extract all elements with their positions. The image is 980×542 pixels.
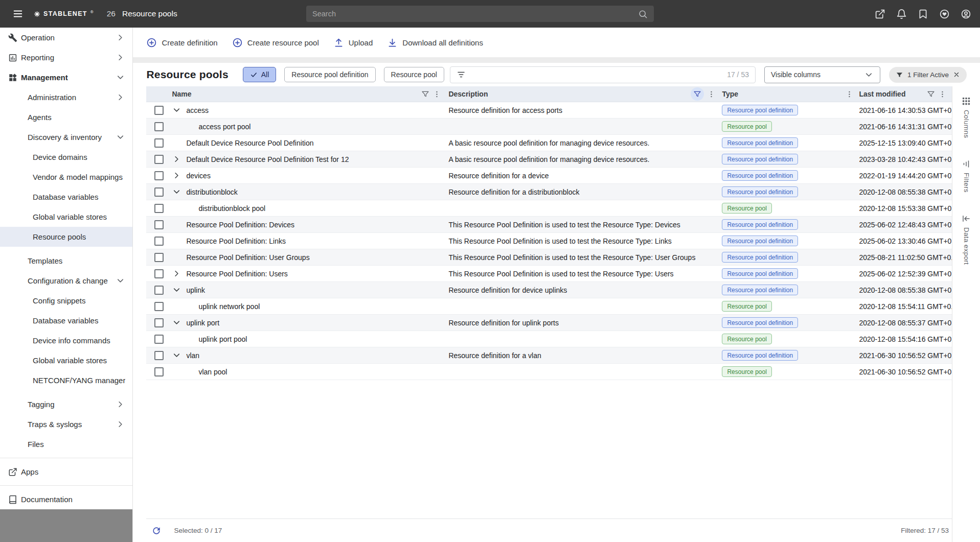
row-checkbox[interactable] <box>154 253 164 262</box>
row-checkbox[interactable] <box>154 106 164 115</box>
row-checkbox[interactable] <box>154 269 164 278</box>
sidebar-item-operation[interactable]: Operation <box>0 28 132 48</box>
close-icon[interactable] <box>953 71 960 78</box>
sidebar-item-global-variable-stores[interactable]: Global variable stores <box>0 350 132 370</box>
kebab-menu-icon[interactable] <box>432 90 441 99</box>
kebab-menu-icon[interactable] <box>845 90 854 99</box>
row-checkbox[interactable] <box>154 318 164 327</box>
menu-icon[interactable] <box>7 3 29 25</box>
filter-icon[interactable] <box>927 90 935 98</box>
row-checkbox[interactable] <box>154 138 164 148</box>
chevron-down-icon[interactable] <box>172 318 184 327</box>
download-all-definitions-button[interactable]: Download all definitions <box>387 37 483 48</box>
table-row[interactable]: uplink port poolResource pool2020-12-08 … <box>146 331 952 347</box>
tab-data-export[interactable]: Data export <box>962 214 971 265</box>
row-checkbox[interactable] <box>154 286 164 295</box>
visible-columns-select[interactable]: Visible columns <box>764 66 880 83</box>
sidebar-item-global-variable-stores[interactable]: Global variable stores <box>0 207 132 227</box>
sidebar-item-resource-pools[interactable]: Resource pools <box>0 227 132 247</box>
sidebar-item-config-snippets[interactable]: Config snippets <box>0 291 132 311</box>
table-row[interactable]: Resource Pool Definition: User GroupsThi… <box>146 249 952 266</box>
sidebar-item-database-variables[interactable]: Database variables <box>0 311 132 331</box>
row-checkbox[interactable] <box>154 351 164 360</box>
row-checkbox[interactable] <box>154 302 164 311</box>
upload-button[interactable]: Upload <box>333 37 373 48</box>
table-row[interactable]: distributionblockResource definition for… <box>146 184 952 200</box>
tab-filters[interactable]: Filters <box>962 159 971 193</box>
chevron-right-icon[interactable] <box>172 171 184 180</box>
table-row[interactable]: Default Device Resource Pool DefinitionA… <box>146 135 952 151</box>
sidebar-item-files[interactable]: Files <box>0 434 132 454</box>
table-row[interactable]: Resource Pool Definition: UsersThis Reso… <box>146 266 952 282</box>
sidebar-item-traps-syslogs[interactable]: Traps & syslogs <box>0 414 132 434</box>
chevron-down-icon[interactable] <box>172 285 184 295</box>
sidebar-item-netconf-yang-manager[interactable]: NETCONF/YANG manager <box>0 370 132 390</box>
row-checkbox[interactable] <box>154 220 164 229</box>
table-filter-input[interactable] <box>471 70 722 79</box>
table-row[interactable]: vlan poolResource pool2021-06-30 10:56:5… <box>146 364 952 380</box>
sidebar-item-tagging[interactable]: Tagging <box>0 394 132 414</box>
table-row[interactable]: devicesResource definition for a deviceR… <box>146 168 952 184</box>
filter-chip-resource-pool-definition[interactable]: Resource pool definition <box>284 67 375 82</box>
search-input[interactable] <box>312 10 634 18</box>
sidebar-item-device-info-commands[interactable]: Device info commands <box>0 331 132 350</box>
main-content: Create definitionCreate resource poolUpl… <box>133 28 980 542</box>
sidebar-item-documentation[interactable]: Documentation <box>0 489 132 509</box>
chevron-right-icon[interactable] <box>172 154 184 164</box>
filter-chip-all[interactable]: All <box>243 67 277 82</box>
create-resource-pool-button[interactable]: Create resource pool <box>232 37 319 48</box>
table-row[interactable]: Resource Pool Definition: DevicesThis Re… <box>146 217 952 233</box>
table-row[interactable]: Resource Pool Definition: LinksThis Reso… <box>146 233 952 249</box>
column-header-type[interactable]: Type <box>721 90 859 99</box>
row-checkbox[interactable] <box>154 204 164 213</box>
table-row[interactable]: distributionblock poolResource pool2020-… <box>146 200 952 217</box>
create-definition-button[interactable]: Create definition <box>146 37 217 48</box>
sidebar-item-apps[interactable]: Apps <box>0 462 132 482</box>
sidebar-item-configuration-change[interactable]: Configuration & change <box>0 271 132 291</box>
filter-icon[interactable] <box>421 90 429 98</box>
row-checkbox[interactable] <box>154 237 164 246</box>
sidebar-item-device-domains[interactable]: Device domains <box>0 147 132 167</box>
sidebar-item-templates[interactable]: Templates <box>0 251 132 271</box>
active-filter-icon[interactable] <box>691 87 704 101</box>
launch-icon[interactable] <box>873 7 887 21</box>
column-header-last-modified[interactable]: Last modified <box>859 90 952 99</box>
refresh-icon[interactable] <box>149 524 164 538</box>
row-checkbox[interactable] <box>154 171 164 180</box>
bookmark-icon[interactable] <box>916 7 930 21</box>
table-row[interactable]: Default Device Resource Pool Definition … <box>146 151 952 168</box>
row-checkbox[interactable] <box>154 187 164 197</box>
chevron-right-icon[interactable] <box>172 269 184 278</box>
column-header-description[interactable]: Description <box>446 87 721 101</box>
account-icon[interactable] <box>959 7 973 21</box>
notifications-icon[interactable] <box>894 7 908 21</box>
sidebar-item-reporting[interactable]: Reporting <box>0 48 132 67</box>
sidebar-item-discovery-inventory[interactable]: Discovery & inventory <box>0 127 132 147</box>
kebab-menu-icon[interactable] <box>707 90 716 99</box>
health-icon[interactable] <box>937 7 951 21</box>
tab-columns[interactable]: Columns <box>962 97 971 138</box>
table-row[interactable]: uplink portResource definition for uplin… <box>146 315 952 331</box>
table-row[interactable]: uplink network poolResource pool2020-12-… <box>146 298 952 315</box>
kebab-menu-icon[interactable] <box>938 90 947 99</box>
row-checkbox[interactable] <box>154 367 164 376</box>
sidebar-item-vendor-model-mappings[interactable]: Vendor & model mappings <box>0 167 132 187</box>
table-row[interactable]: access port poolResource pool2021-06-16 … <box>146 119 952 135</box>
active-filter-chip[interactable]: 1 Filter Active <box>889 67 967 83</box>
sidebar-item-administration[interactable]: Administration <box>0 87 132 107</box>
table-row[interactable]: uplinkResource definition for device upl… <box>146 282 952 298</box>
table-row[interactable]: accessResource definition for access por… <box>146 102 952 119</box>
row-checkbox[interactable] <box>154 155 164 164</box>
chevron-down-icon[interactable] <box>172 105 184 115</box>
chevron-down-icon[interactable] <box>172 350 184 360</box>
column-header-name[interactable]: Name <box>172 90 446 99</box>
chevron-down-icon[interactable] <box>172 187 184 197</box>
sidebar-item-database-variables[interactable]: Database variables <box>0 187 132 207</box>
filter-chip-resource-pool[interactable]: Resource pool <box>384 67 444 82</box>
row-checkbox[interactable] <box>154 335 164 344</box>
sidebar-item-label: Global variable stores <box>33 356 125 365</box>
sidebar-item-management[interactable]: Management <box>0 67 132 87</box>
table-row[interactable]: vlanResource definition for a vlanResour… <box>146 347 952 364</box>
sidebar-item-agents[interactable]: Agents <box>0 107 132 127</box>
row-checkbox[interactable] <box>154 122 164 131</box>
